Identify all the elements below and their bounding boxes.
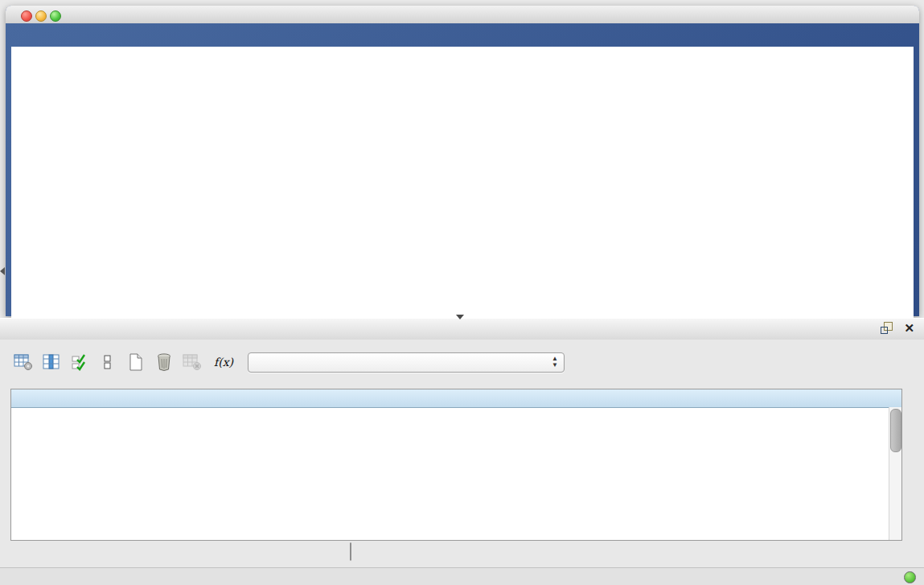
delete-table-icon[interactable] xyxy=(182,352,203,373)
close-window-button[interactable] xyxy=(21,10,32,22)
table-selector-combo[interactable]: ▲▼ xyxy=(248,352,565,373)
table-mode-icon[interactable] xyxy=(13,352,34,373)
memory-status-indicator[interactable] xyxy=(904,571,916,583)
combo-arrows-icon: ▲▼ xyxy=(552,356,558,369)
table-toolbar: f(x) ▲▼ xyxy=(0,346,924,378)
function-builder-icon[interactable]: f(x) xyxy=(212,356,235,369)
minimize-window-button[interactable] xyxy=(35,10,47,22)
row-height-icon[interactable] xyxy=(97,352,118,373)
status-bar xyxy=(0,567,924,585)
select-columns-icon[interactable] xyxy=(69,352,90,373)
network-canvas[interactable] xyxy=(11,47,914,333)
network-graph xyxy=(11,47,914,333)
table-header-row xyxy=(11,389,901,408)
close-panel-icon[interactable]: ✕ xyxy=(904,322,914,334)
network-frame xyxy=(6,23,919,316)
zoom-window-button[interactable] xyxy=(50,10,61,22)
scrollbar-thumb[interactable] xyxy=(890,409,901,452)
float-panel-icon[interactable] xyxy=(881,322,893,334)
vertical-scrollbar[interactable] xyxy=(889,407,901,540)
table-tab-bar xyxy=(350,542,351,561)
node-table xyxy=(10,389,902,541)
show-columns-icon[interactable] xyxy=(41,352,62,373)
table-panel-header: ✕ xyxy=(0,318,924,340)
table-rows xyxy=(11,407,889,540)
network-view-window xyxy=(6,6,919,316)
table-panel-body: f(x) ▲▼ xyxy=(0,340,924,567)
window-titlebar[interactable] xyxy=(6,6,919,24)
create-column-icon[interactable] xyxy=(125,352,146,373)
splitter-collapse-arrow[interactable] xyxy=(0,267,5,275)
delete-columns-icon[interactable] xyxy=(154,352,175,373)
splitter-handle[interactable] xyxy=(456,315,464,319)
